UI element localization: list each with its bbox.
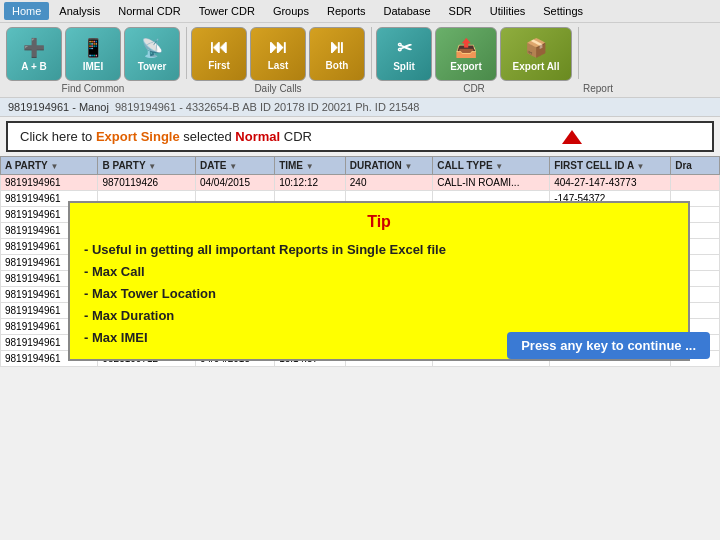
table-cell: 404-27-147-43773 [550,175,671,191]
sort-b-party-icon: ▼ [148,162,156,171]
tooltip-middle: selected [180,129,236,144]
first-icon: ⏮ [210,37,228,58]
imei-label: IMEI [83,61,104,72]
nav-settings[interactable]: Settings [535,2,591,20]
toolbar-buttons-cdr: ✂ Split 📤 Export 📦 Export All [376,27,572,81]
split-label: Split [393,61,415,72]
nav-groups[interactable]: Groups [265,2,317,20]
export-button[interactable]: 📤 Export [435,27,497,81]
toolbar-group-daily-calls: ⏮ First ⏭ Last ⏯ Both Daily Calls [191,27,365,97]
nav-bar: Home Analysis Normal CDR Tower CDR Group… [0,0,720,23]
aplusb-button[interactable]: ➕ A + B [6,27,62,81]
sort-date-icon: ▼ [229,162,237,171]
tooltip-highlight2: Normal [235,129,280,144]
daily-calls-label: Daily Calls [254,83,301,97]
nav-database[interactable]: Database [376,2,439,20]
first-button[interactable]: ⏮ First [191,27,247,81]
toolbar-group-cdr: ✂ Split 📤 Export 📦 Export All CDR [376,27,572,97]
both-icon: ⏯ [328,37,346,58]
aplusb-icon: ➕ [23,37,45,59]
col-header-draft: Dra [671,157,720,175]
cdr-label: CDR [463,83,485,97]
export-tooltip[interactable]: Click here to Export Single selected Nor… [6,121,714,152]
nav-utilities[interactable]: Utilities [482,2,533,20]
toolbar: ➕ A + B 📱 IMEI 📡 Tower Find Common ⏮ Fir… [0,23,720,98]
aplusb-label: A + B [21,61,46,72]
sort-a-party-icon: ▼ [50,162,58,171]
both-button[interactable]: ⏯ Both [309,27,365,81]
table-cell: 9870119426 [98,175,195,191]
separator-3 [578,27,579,79]
table-cell: 10:12:12 [275,175,346,191]
last-icon: ⏭ [269,37,287,58]
first-label: First [208,60,230,71]
sort-cell-id-icon: ▼ [637,162,645,171]
sort-duration-icon: ▼ [405,162,413,171]
tooltip-highlight1: Export Single [96,129,180,144]
last-button[interactable]: ⏭ Last [250,27,306,81]
col-header-call-type[interactable]: CALL TYPE ▼ [433,157,550,175]
tower-label: Tower [138,61,167,72]
separator-2 [371,27,372,79]
table-cell: 04/04/2015 [195,175,274,191]
info-extra: 9819194961 - 4332654-B AB ID 20178 ID 20… [115,101,420,113]
col-header-b-party[interactable]: B PARTY ▼ [98,157,195,175]
nav-normal-cdr[interactable]: Normal CDR [110,2,188,20]
separator-1 [186,27,187,79]
split-button[interactable]: ✂ Split [376,27,432,81]
export-arrow [562,130,582,144]
toolbar-buttons-daily-calls: ⏮ First ⏭ Last ⏯ Both [191,27,365,81]
table-cell: 9819194961 [1,175,98,191]
tower-button[interactable]: 📡 Tower [124,27,180,81]
both-label: Both [326,60,349,71]
main-content: A PARTY ▼ B PARTY ▼ DATE ▼ TIME ▼ DURATI… [0,156,720,367]
tip-line: - Max Call [84,261,674,283]
tower-icon: 📡 [141,37,163,59]
export-all-label: Export All [513,61,560,72]
col-header-duration[interactable]: DURATION ▼ [345,157,432,175]
tip-line: - Max Tower Location [84,283,674,305]
table-row[interactable]: 9819194961987011942604/04/201510:12:1224… [1,175,720,191]
tip-line: - Max Duration [84,305,674,327]
imei-button[interactable]: 📱 IMEI [65,27,121,81]
tooltip-prefix: Click here to [20,129,96,144]
find-common-label: Find Common [62,83,125,97]
table-cell [671,175,720,191]
split-icon: ✂ [397,37,412,59]
export-all-button[interactable]: 📦 Export All [500,27,572,81]
last-label: Last [268,60,289,71]
col-header-date[interactable]: DATE ▼ [195,157,274,175]
nav-analysis[interactable]: Analysis [51,2,108,20]
info-bar: 9819194961 - Manoj 9819194961 - 4332654-… [0,98,720,117]
imei-icon: 📱 [82,37,104,59]
tip-title: Tip [84,213,674,231]
table-cell: CALL-IN ROAMI... [433,175,550,191]
export-label: Export [450,61,482,72]
export-all-icon: 📦 [525,37,547,59]
table-header-row: A PARTY ▼ B PARTY ▼ DATE ▼ TIME ▼ DURATI… [1,157,720,175]
col-header-cell-id[interactable]: FIRST CELL ID A ▼ [550,157,671,175]
toolbar-group-find-common: ➕ A + B 📱 IMEI 📡 Tower Find Common [6,27,180,97]
tooltip-suffix: CDR [280,129,312,144]
export-icon: 📤 [455,37,477,59]
toolbar-buttons-find-common: ➕ A + B 📱 IMEI 📡 Tower [6,27,180,81]
info-text: 9819194961 - Manoj [8,101,109,113]
sort-call-type-icon: ▼ [495,162,503,171]
nav-tower-cdr[interactable]: Tower CDR [191,2,263,20]
nav-reports[interactable]: Reports [319,2,374,20]
sort-time-icon: ▼ [306,162,314,171]
table-cell: 240 [345,175,432,191]
col-header-a-party[interactable]: A PARTY ▼ [1,157,98,175]
report-label: Report [583,83,613,97]
press-any-key-bar[interactable]: Press any key to continue ... [507,332,710,359]
toolbar-group-report: Report [583,27,613,97]
col-header-time[interactable]: TIME ▼ [275,157,346,175]
tip-line: - Useful in getting all important Report… [84,239,674,261]
nav-home[interactable]: Home [4,2,49,20]
nav-sdr[interactable]: SDR [441,2,480,20]
